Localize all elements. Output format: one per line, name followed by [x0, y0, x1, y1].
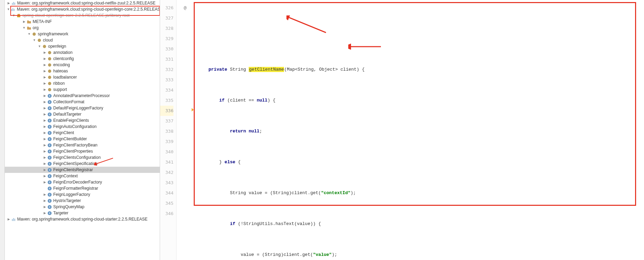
tree-class-EnableFeignClients[interactable]: ▶cEnableFeignClients [5, 117, 160, 123]
tree-node-label: loadbalancer [53, 75, 77, 80]
tree-class-FeignClientsConfiguration[interactable]: ▶cFeignClientsConfiguration [5, 154, 160, 161]
expand-arrow-icon[interactable]: ▼ [12, 14, 15, 17]
expand-arrow-icon[interactable]: ▶ [43, 82, 46, 85]
tree-maven-openfeign[interactable]: ▼Maven: org.springframework.cloud:spring… [5, 6, 160, 12]
tree-node-label: Targeter [53, 211, 68, 215]
tree-node-label: FeignFormatterRegistrar [53, 186, 98, 191]
tree-node-label: FeignClientBuilder [53, 137, 87, 141]
tree-class-FeignFormatterRegistrar[interactable]: cFeignFormatterRegistrar [5, 185, 160, 191]
expand-arrow-icon[interactable]: ▶ [43, 168, 46, 172]
code-line[interactable]: } else { [194, 157, 644, 167]
maven-icon [11, 217, 16, 222]
class-icon: c [47, 124, 52, 129]
expand-arrow-icon[interactable]: ▶ [43, 51, 46, 54]
expand-arrow-icon[interactable]: ▶ [43, 174, 46, 178]
tree-node-label: FeignClientSpecification [53, 161, 98, 166]
expand-arrow-icon[interactable]: ▼ [38, 45, 41, 48]
expand-arrow-icon[interactable]: ▶ [43, 193, 46, 196]
expand-arrow-icon[interactable]: ▶ [43, 211, 46, 215]
expand-arrow-icon[interactable]: ▶ [43, 180, 46, 184]
expand-arrow-icon[interactable]: ▶ [43, 143, 46, 147]
tree-pkg-encoding[interactable]: ▶encoding [5, 62, 160, 68]
expand-arrow-icon[interactable]: ▶ [43, 156, 46, 159]
code-editor[interactable]: private String getClientName(Map<String,… [194, 0, 644, 260]
tree-meta-inf[interactable]: ▶META-INF [5, 19, 160, 25]
code-line[interactable]: return null; [194, 126, 644, 137]
code-line[interactable]: String value = (String)client.get("conte… [194, 188, 644, 198]
tree-pkg-annotation[interactable]: ▶annotation [5, 49, 160, 56]
tree-pkg-clientconfig[interactable]: ▶clientconfig [5, 56, 160, 62]
expand-arrow-icon[interactable]: ▶ [43, 199, 46, 202]
tree-class-FeignClientFactoryBean[interactable]: ▶cFeignClientFactoryBean [5, 142, 160, 148]
expand-arrow-icon[interactable]: ▶ [43, 106, 46, 110]
svg-line-64 [288, 17, 326, 33]
tree-maven-zuul[interactable]: ▶Maven: org.springframework.cloud:spring… [5, 0, 160, 6]
expand-arrow-icon[interactable]: ▼ [33, 38, 36, 42]
expand-arrow-icon[interactable]: ▼ [27, 32, 31, 36]
expand-arrow-icon[interactable]: ▶ [43, 113, 46, 116]
tree-class-FeignLoggerFactory[interactable]: ▶cFeignLoggerFactory [5, 191, 160, 198]
expand-arrow-icon[interactable]: ▶ [43, 162, 46, 165]
class-icon: c [47, 99, 52, 104]
tree-class-DefaultFeignLoggerFactory[interactable]: ▶cDefaultFeignLoggerFactory [5, 105, 160, 111]
tree-class-HystrixTargeter[interactable]: ▶cHystrixTargeter [5, 198, 160, 204]
tree-cloud[interactable]: ▼cloud [5, 37, 160, 43]
expand-arrow-icon[interactable]: ▼ [7, 8, 10, 11]
tree-class-FeignContext[interactable]: ▶cFeignContext [5, 173, 160, 179]
tree-class-FeignClientProperties[interactable]: ▶cFeignClientProperties [5, 148, 160, 154]
tree-class-FeignClientBuilder[interactable]: ▶cFeignClientBuilder [5, 136, 160, 142]
code-line[interactable]: if (client == null) { [194, 95, 644, 106]
tree-class-AnnotatedParameterProcessor[interactable]: ▶cAnnotatedParameterProcessor [5, 93, 160, 99]
expand-arrow-icon[interactable]: ▶ [43, 150, 46, 153]
folder-icon [26, 19, 31, 24]
tree-class-FeignClientSpecification[interactable]: ▶cFeignClientSpecification [5, 161, 160, 167]
tree-pkg-support[interactable]: ▶support [5, 86, 160, 93]
expand-arrow-icon[interactable]: ▶ [43, 57, 46, 60]
expand-arrow-icon[interactable]: ▶ [7, 1, 10, 5]
tree-jar[interactable]: ▼spring-cloud-openfeign-core-2.2.5.RELEA… [5, 12, 160, 19]
line-number: 338 [160, 126, 173, 137]
expand-arrow-icon[interactable]: ▶ [43, 205, 46, 209]
code-line[interactable]: private String getClientName(Map<String,… [194, 64, 644, 75]
expand-arrow-icon[interactable]: ▶ [43, 94, 46, 97]
tree-node-label: FeignClientProperties [53, 149, 93, 154]
tree-springframework[interactable]: ▼springframework [5, 31, 160, 37]
tree-class-SpringQueryMap[interactable]: ▶cSpringQueryMap [5, 204, 160, 210]
tree-pkg-ribbon[interactable]: ▶ribbon [5, 80, 160, 86]
tree-class-Targeter[interactable]: ▶cTargeter [5, 210, 160, 216]
expand-arrow-icon[interactable]: ▶ [22, 20, 26, 23]
line-number: 335 [160, 95, 173, 106]
tree-class-FeignClientsRegistrar[interactable]: ▶cFeignClientsRegistrar [5, 167, 160, 173]
expand-arrow-icon[interactable]: ▶ [43, 63, 46, 67]
tree-maven-starter[interactable]: ▶Maven: org.springframework.cloud:spring… [5, 216, 160, 222]
expand-arrow-icon[interactable]: ▼ [22, 26, 26, 29]
svg-text:c: c [49, 106, 50, 110]
tree-org[interactable]: ▼org [5, 25, 160, 31]
tree-pkg-loadbalancer[interactable]: ▶loadbalancer [5, 74, 160, 80]
expand-arrow-icon[interactable]: ▶ [43, 75, 46, 79]
expand-arrow-icon[interactable]: ▶ [7, 217, 10, 221]
ide-left-gutter [0, 0, 5, 260]
expand-arrow-icon[interactable]: ▶ [43, 137, 46, 141]
tree-class-FeignErrorDecoderFactory[interactable]: ▶cFeignErrorDecoderFactory [5, 179, 160, 185]
expand-arrow-icon[interactable]: ▶ [43, 88, 46, 91]
expand-arrow-icon[interactable]: ▶ [43, 100, 46, 104]
tree-class-FeignAutoConfiguration[interactable]: ▶cFeignAutoConfiguration [5, 123, 160, 130]
tree-pkg-hateoas[interactable]: ▶hateoas [5, 68, 160, 74]
tree-class-FeignClient[interactable]: ▶cFeignClient [5, 130, 160, 136]
tree-openfeign[interactable]: ▼openfeign [5, 43, 160, 49]
tree-node-label: HystrixTargeter [53, 198, 81, 203]
class-icon: c [47, 174, 52, 178]
code-line[interactable]: if (!StringUtils.hasText(value)) { [194, 219, 644, 229]
code-line[interactable]: value = (String)client.get("value"); [194, 250, 644, 260]
class-icon: c [47, 198, 52, 203]
project-tree-panel[interactable]: ▶Maven: org.springframework.cloud:spring… [5, 0, 160, 260]
expand-arrow-icon[interactable]: ▶ [43, 119, 46, 122]
svg-point-18 [48, 82, 51, 85]
expand-arrow-icon[interactable]: ▶ [43, 131, 46, 134]
expand-arrow-icon[interactable]: ▶ [43, 125, 46, 128]
svg-text:c: c [49, 143, 50, 147]
expand-arrow-icon[interactable]: ▶ [43, 69, 46, 73]
tree-class-CollectionFormat[interactable]: ▶cCollectionFormat [5, 99, 160, 105]
tree-class-DefaultTargeter[interactable]: ▶cDefaultTargeter [5, 111, 160, 117]
